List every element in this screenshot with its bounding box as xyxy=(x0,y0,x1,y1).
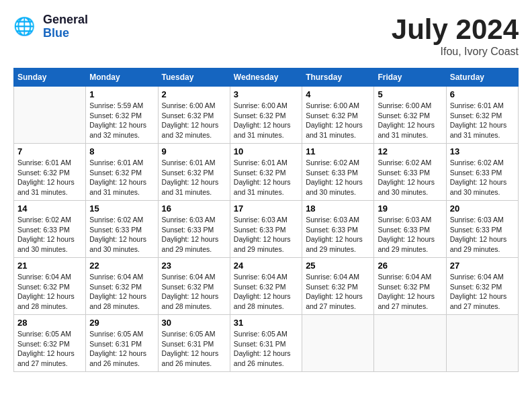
day-info: Sunrise: 5:59 AM Sunset: 6:32 PM Dayligh… xyxy=(89,101,154,140)
day-info: Sunrise: 6:03 AM Sunset: 6:33 PM Dayligh… xyxy=(234,215,298,255)
day-info: Sunrise: 6:04 AM Sunset: 6:32 PM Dayligh… xyxy=(306,272,370,312)
day-info: Sunrise: 6:00 AM Sunset: 6:32 PM Dayligh… xyxy=(306,101,370,140)
calendar-cell: 8Sunrise: 6:01 AM Sunset: 6:32 PM Daylig… xyxy=(86,144,158,201)
calendar-week-3: 14Sunrise: 6:02 AM Sunset: 6:33 PM Dayli… xyxy=(14,201,519,258)
day-number: 18 xyxy=(306,203,370,214)
day-info: Sunrise: 6:02 AM Sunset: 6:33 PM Dayligh… xyxy=(378,158,442,197)
day-number: 12 xyxy=(378,146,442,156)
day-number: 4 xyxy=(306,89,370,99)
calendar-table: SundayMondayTuesdayWednesdayThursdayFrid… xyxy=(13,68,519,372)
calendar-cell: 5Sunrise: 6:00 AM Sunset: 6:32 PM Daylig… xyxy=(374,87,446,144)
calendar-cell: 16Sunrise: 6:03 AM Sunset: 6:33 PM Dayli… xyxy=(158,201,230,258)
day-info: Sunrise: 6:01 AM Sunset: 6:32 PM Dayligh… xyxy=(234,158,298,197)
logo-blue-text: Blue xyxy=(43,27,88,40)
calendar-cell: 22Sunrise: 6:04 AM Sunset: 6:32 PM Dayli… xyxy=(86,258,158,315)
calendar-cell xyxy=(302,315,374,372)
header-day-wednesday: Wednesday xyxy=(230,68,302,87)
calendar-week-1: 1Sunrise: 5:59 AM Sunset: 6:32 PM Daylig… xyxy=(14,87,519,144)
day-number: 3 xyxy=(234,89,298,99)
day-number: 11 xyxy=(306,146,370,156)
day-number: 16 xyxy=(162,203,226,214)
day-info: Sunrise: 6:05 AM Sunset: 6:31 PM Dayligh… xyxy=(234,329,298,369)
day-info: Sunrise: 6:03 AM Sunset: 6:33 PM Dayligh… xyxy=(162,215,226,255)
day-info: Sunrise: 6:00 AM Sunset: 6:32 PM Dayligh… xyxy=(162,101,226,140)
header-day-sunday: Sunday xyxy=(14,68,86,87)
day-number: 9 xyxy=(162,146,226,156)
page-header: 🌐 General Blue July 2024 Ifou, Ivory Coa… xyxy=(13,13,519,58)
header-day-thursday: Thursday xyxy=(302,68,374,87)
calendar-cell: 12Sunrise: 6:02 AM Sunset: 6:33 PM Dayli… xyxy=(374,144,446,201)
calendar-cell: 21Sunrise: 6:04 AM Sunset: 6:32 PM Dayli… xyxy=(14,258,86,315)
calendar-cell: 17Sunrise: 6:03 AM Sunset: 6:33 PM Dayli… xyxy=(230,201,302,258)
calendar-cell: 23Sunrise: 6:04 AM Sunset: 6:32 PM Dayli… xyxy=(158,258,230,315)
day-number: 17 xyxy=(234,203,298,214)
day-number: 8 xyxy=(89,146,154,156)
calendar-cell: 31Sunrise: 6:05 AM Sunset: 6:31 PM Dayli… xyxy=(230,315,302,372)
calendar-cell: 28Sunrise: 6:05 AM Sunset: 6:32 PM Dayli… xyxy=(14,315,86,372)
day-info: Sunrise: 6:01 AM Sunset: 6:32 PM Dayligh… xyxy=(162,158,226,197)
day-number: 23 xyxy=(162,261,226,271)
day-number: 31 xyxy=(234,318,298,328)
day-info: Sunrise: 6:04 AM Sunset: 6:32 PM Dayligh… xyxy=(450,272,515,312)
day-info: Sunrise: 6:01 AM Sunset: 6:32 PM Dayligh… xyxy=(450,101,515,140)
calendar-cell: 1Sunrise: 5:59 AM Sunset: 6:32 PM Daylig… xyxy=(86,87,158,144)
day-info: Sunrise: 6:01 AM Sunset: 6:32 PM Dayligh… xyxy=(17,158,82,197)
day-info: Sunrise: 6:04 AM Sunset: 6:32 PM Dayligh… xyxy=(378,272,442,312)
day-number: 5 xyxy=(378,89,442,99)
day-number: 30 xyxy=(162,318,226,328)
calendar-cell: 20Sunrise: 6:03 AM Sunset: 6:33 PM Dayli… xyxy=(446,201,518,258)
calendar-cell: 2Sunrise: 6:00 AM Sunset: 6:32 PM Daylig… xyxy=(158,87,230,144)
day-info: Sunrise: 6:05 AM Sunset: 6:31 PM Dayligh… xyxy=(162,329,226,369)
calendar-cell: 26Sunrise: 6:04 AM Sunset: 6:32 PM Dayli… xyxy=(374,258,446,315)
calendar-cell: 13Sunrise: 6:02 AM Sunset: 6:33 PM Dayli… xyxy=(446,144,518,201)
day-number: 20 xyxy=(450,203,515,214)
day-info: Sunrise: 6:05 AM Sunset: 6:32 PM Dayligh… xyxy=(17,329,82,369)
day-info: Sunrise: 6:04 AM Sunset: 6:32 PM Dayligh… xyxy=(162,272,226,312)
calendar-cell xyxy=(446,315,518,372)
calendar-cell xyxy=(14,87,86,144)
calendar-cell xyxy=(374,315,446,372)
svg-text:🌐: 🌐 xyxy=(13,15,36,37)
day-info: Sunrise: 6:03 AM Sunset: 6:33 PM Dayligh… xyxy=(450,215,515,255)
calendar-cell: 30Sunrise: 6:05 AM Sunset: 6:31 PM Dayli… xyxy=(158,315,230,372)
day-info: Sunrise: 6:02 AM Sunset: 6:33 PM Dayligh… xyxy=(17,215,82,255)
day-number: 7 xyxy=(17,146,82,156)
day-info: Sunrise: 6:02 AM Sunset: 6:33 PM Dayligh… xyxy=(450,158,515,197)
calendar-cell: 11Sunrise: 6:02 AM Sunset: 6:33 PM Dayli… xyxy=(302,144,374,201)
day-number: 29 xyxy=(89,318,154,328)
day-number: 28 xyxy=(17,318,82,328)
day-info: Sunrise: 6:00 AM Sunset: 6:32 PM Dayligh… xyxy=(234,101,298,140)
day-number: 10 xyxy=(234,146,298,156)
day-number: 27 xyxy=(450,261,515,271)
calendar-cell: 25Sunrise: 6:04 AM Sunset: 6:32 PM Dayli… xyxy=(302,258,374,315)
day-number: 2 xyxy=(162,89,226,99)
header-day-monday: Monday xyxy=(86,68,158,87)
location-text: Ifou, Ivory Coast xyxy=(392,46,519,58)
calendar-cell: 27Sunrise: 6:04 AM Sunset: 6:32 PM Dayli… xyxy=(446,258,518,315)
calendar-cell: 10Sunrise: 6:01 AM Sunset: 6:32 PM Dayli… xyxy=(230,144,302,201)
header-day-tuesday: Tuesday xyxy=(158,68,230,87)
logo-icon: 🌐 xyxy=(13,13,40,40)
header-day-saturday: Saturday xyxy=(446,68,518,87)
calendar-week-4: 21Sunrise: 6:04 AM Sunset: 6:32 PM Dayli… xyxy=(14,258,519,315)
title-block: July 2024 Ifou, Ivory Coast xyxy=(392,13,519,58)
logo-general-text: General xyxy=(43,13,88,27)
day-number: 26 xyxy=(378,261,442,271)
calendar-cell: 6Sunrise: 6:01 AM Sunset: 6:32 PM Daylig… xyxy=(446,87,518,144)
day-number: 25 xyxy=(306,261,370,271)
day-info: Sunrise: 6:03 AM Sunset: 6:33 PM Dayligh… xyxy=(306,215,370,255)
calendar-cell: 4Sunrise: 6:00 AM Sunset: 6:32 PM Daylig… xyxy=(302,87,374,144)
day-number: 15 xyxy=(89,203,154,214)
day-info: Sunrise: 6:04 AM Sunset: 6:32 PM Dayligh… xyxy=(17,272,82,312)
calendar-cell: 19Sunrise: 6:03 AM Sunset: 6:33 PM Dayli… xyxy=(374,201,446,258)
day-number: 21 xyxy=(17,261,82,271)
day-number: 24 xyxy=(234,261,298,271)
calendar-week-2: 7Sunrise: 6:01 AM Sunset: 6:32 PM Daylig… xyxy=(14,144,519,201)
month-year-title: July 2024 xyxy=(392,13,519,46)
day-info: Sunrise: 6:02 AM Sunset: 6:33 PM Dayligh… xyxy=(89,215,154,255)
day-info: Sunrise: 6:03 AM Sunset: 6:33 PM Dayligh… xyxy=(378,215,442,255)
day-info: Sunrise: 6:04 AM Sunset: 6:32 PM Dayligh… xyxy=(234,272,298,312)
day-number: 6 xyxy=(450,89,515,99)
day-number: 1 xyxy=(89,89,154,99)
day-info: Sunrise: 6:00 AM Sunset: 6:32 PM Dayligh… xyxy=(378,101,442,140)
